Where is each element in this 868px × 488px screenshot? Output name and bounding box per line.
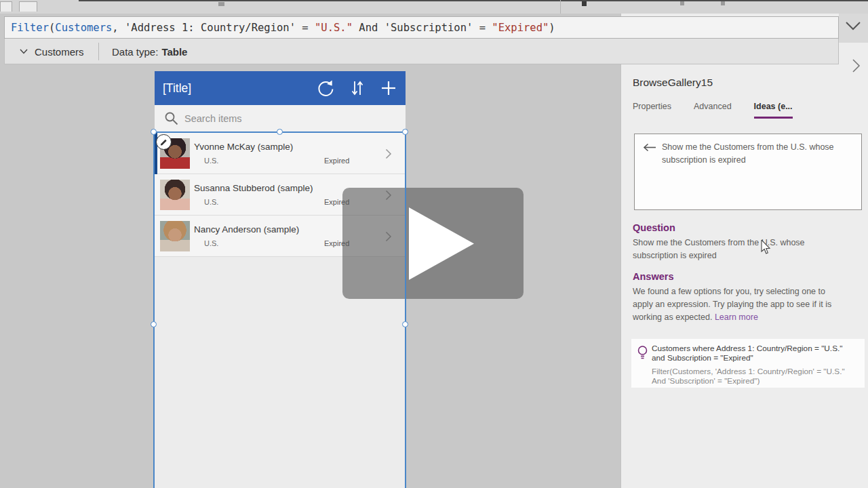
expand-formula-bar-button[interactable]	[845, 21, 861, 31]
back-arrow-icon[interactable]	[643, 143, 656, 152]
top-strip	[0, 0, 868, 14]
data-type-value: Table	[161, 46, 187, 58]
strip-icon	[680, 1, 684, 5]
data-type-label: Data type:	[112, 46, 158, 58]
selection-handle-right-center[interactable]	[402, 321, 408, 327]
entity-name: Customers	[35, 46, 84, 58]
item-status: Expired	[324, 157, 349, 165]
formula-token: And	[353, 22, 384, 34]
browser-tab[interactable]	[0, 1, 12, 12]
formula-bar[interactable]: Filter(Customers, 'Address 1: Country/Re…	[4, 16, 839, 39]
selection-handle-top-center[interactable]	[277, 129, 283, 135]
formula-token: "U.S."	[315, 22, 353, 34]
item-name: Nancy Anderson (sample)	[194, 224, 299, 235]
strip-icon	[218, 2, 224, 6]
formula-token: (	[49, 22, 55, 34]
search-input[interactable]: Search items	[155, 105, 406, 132]
learn-more-link[interactable]: Learn more	[715, 312, 758, 322]
suggestion-summary: Customers where Address 1: Country/Regio…	[652, 344, 855, 363]
gallery-item-yvonne[interactable]: Yvonne McKay (sample) U.S. Expired	[155, 133, 406, 174]
selection-handle-top-left[interactable]	[151, 129, 157, 135]
mouse-cursor	[761, 240, 772, 255]
item-country: U.S.	[204, 239, 218, 247]
question-text: Show me the Customers from the U.S. whos…	[633, 237, 823, 262]
tab-properties[interactable]: Properties	[633, 102, 671, 119]
chevron-right-icon	[850, 58, 861, 73]
suggestion-formula: Filter(Customers, 'Address 1: Country/Re…	[652, 367, 855, 386]
chevron-right-icon	[385, 148, 392, 159]
search-placeholder: Search items	[184, 113, 242, 124]
strip-icon	[582, 1, 587, 6]
right-panel: GALLERY BrowseGallery15 Properties Advan…	[620, 14, 868, 488]
panel-tabs: Properties Advanced Ideas (e...	[633, 102, 856, 119]
avatar-photo	[160, 221, 190, 251]
refresh-icon[interactable]	[317, 79, 335, 98]
search-icon	[164, 111, 179, 126]
avatar-photo	[160, 180, 190, 210]
formula-token: "Expired"	[492, 22, 549, 34]
pencil-icon	[159, 138, 168, 146]
formula-context-row: Customers Data type: Table	[4, 39, 839, 64]
idea-input-box[interactable]: Show me the Customers from the U.S. whos…	[634, 134, 862, 210]
browser-tab[interactable]	[19, 1, 37, 12]
selection-handle-top-right[interactable]	[402, 129, 408, 135]
edit-item-badge[interactable]	[156, 134, 172, 150]
item-name: Yvonne McKay (sample)	[194, 142, 293, 152]
powerapps-studio-window: GALLERY BrowseGallery15 Properties Advan…	[0, 0, 868, 488]
formula-token: 'Subscription'	[384, 22, 473, 34]
chevron-down-icon	[20, 49, 28, 54]
lightbulb-icon	[637, 345, 648, 361]
formula-token: Filter	[11, 22, 49, 34]
item-country: U.S.	[204, 198, 218, 206]
formula-token: Customers	[55, 22, 112, 34]
answers-text: We found a few options for you, try sele…	[633, 285, 847, 323]
formula-token: =	[296, 22, 315, 34]
selected-control-name: BrowseGallery15	[633, 77, 713, 89]
idea-input-text: Show me the Customers from the U.S. whos…	[662, 141, 849, 203]
selection-border-left	[153, 131, 155, 488]
chevron-down-icon	[845, 21, 861, 31]
strip-divider	[79, 0, 868, 1]
selection-border-right	[405, 131, 406, 488]
formula-token: )	[549, 22, 555, 34]
add-icon[interactable]	[381, 81, 396, 96]
strip-icon	[721, 1, 725, 5]
tab-ideas[interactable]: Ideas (e...	[754, 102, 793, 119]
app-title-bar: [Title]	[155, 71, 406, 105]
suggestion-option[interactable]: Customers where Address 1: Country/Regio…	[631, 339, 865, 388]
selection-handle-left-center[interactable]	[151, 321, 157, 327]
tab-advanced[interactable]: Advanced	[694, 102, 732, 119]
answers-header: Answers	[633, 271, 673, 282]
divider	[98, 43, 99, 60]
question-header: Question	[633, 222, 675, 233]
item-name: Susanna Stubberod (sample)	[194, 183, 313, 193]
strip-divider	[560, 0, 561, 14]
formula-token: 'Address 1: Country/Region'	[125, 22, 296, 34]
formula-token: ,	[112, 22, 125, 34]
collapse-panel-button[interactable]	[850, 58, 863, 73]
play-icon	[409, 207, 474, 280]
app-title: [Title]	[163, 81, 317, 96]
item-country: U.S.	[204, 157, 218, 165]
video-play-overlay[interactable]	[342, 188, 524, 299]
entity-dropdown[interactable]: Customers	[20, 39, 84, 64]
formula-token: =	[473, 22, 492, 34]
data-type-readout: Data type: Table	[112, 39, 187, 64]
sort-icon[interactable]	[351, 79, 363, 97]
